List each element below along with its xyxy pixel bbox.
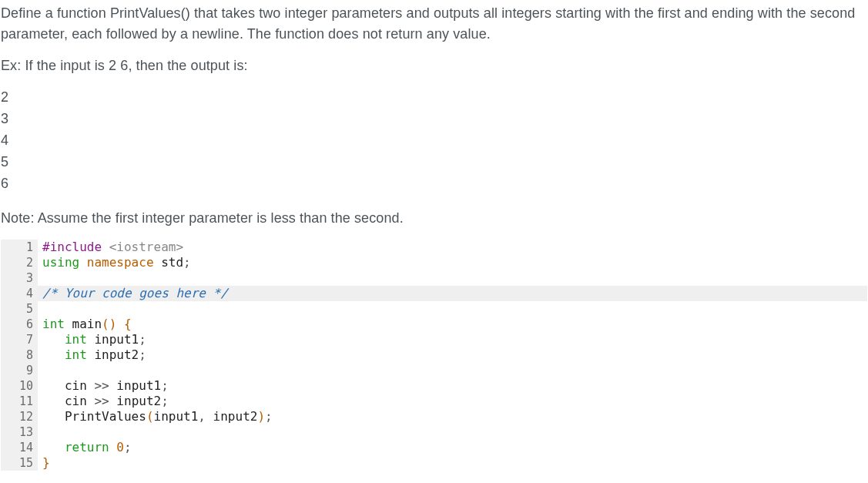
prompt-section: Define a function PrintValues() that tak…	[1, 3, 867, 76]
line-number: 8	[1, 347, 38, 363]
example-output-line: 5	[1, 152, 867, 173]
code-line[interactable]: 12 PrintValues(input1, input2);	[1, 409, 867, 424]
code-line[interactable]: 6int main() {	[1, 317, 867, 332]
line-number: 7	[1, 332, 38, 347]
code-line[interactable]: 8 int input2;	[1, 347, 867, 363]
code-line[interactable]: 14 return 0;	[1, 440, 867, 455]
code-content[interactable]	[38, 363, 867, 378]
line-number: 14	[1, 440, 38, 455]
example-intro: Ex: If the input is 2 6, then the output…	[1, 55, 867, 76]
line-number: 6	[1, 317, 38, 332]
code-line[interactable]: 7 int input1;	[1, 332, 867, 347]
question-container: Define a function PrintValues() that tak…	[0, 0, 868, 474]
line-number: 10	[1, 378, 38, 394]
line-number: 11	[1, 394, 38, 409]
code-line[interactable]: 1#include <iostream>	[1, 240, 867, 255]
code-content[interactable]: }	[38, 455, 867, 471]
line-number: 15	[1, 455, 38, 471]
code-content[interactable]: /* Your code goes here */	[38, 286, 867, 301]
code-content[interactable]: int input2;	[38, 347, 867, 363]
line-number: 4	[1, 286, 38, 301]
example-output: 23456	[1, 87, 867, 194]
code-content[interactable]: cin >> input2;	[38, 394, 867, 409]
line-number: 3	[1, 270, 38, 286]
example-output-line: 3	[1, 109, 867, 130]
code-editor[interactable]: 1#include <iostream>2using namespace std…	[1, 240, 867, 471]
code-content[interactable]: return 0;	[38, 440, 867, 455]
example-output-line: 6	[1, 173, 867, 195]
line-number: 1	[1, 240, 38, 255]
line-number: 2	[1, 255, 38, 270]
code-line[interactable]: 10 cin >> input1;	[1, 378, 867, 394]
code-content[interactable]: int main() {	[38, 317, 867, 332]
code-content[interactable]: cin >> input1;	[38, 378, 867, 394]
code-line[interactable]: 3	[1, 270, 867, 286]
prompt-note-section: Note: Assume the first integer parameter…	[1, 208, 867, 229]
code-line[interactable]: 9	[1, 363, 867, 378]
line-number: 12	[1, 409, 38, 424]
line-number: 5	[1, 301, 38, 317]
code-content[interactable]: #include <iostream>	[38, 240, 867, 255]
code-content[interactable]: using namespace std;	[38, 255, 867, 270]
code-content[interactable]: PrintValues(input1, input2);	[38, 409, 867, 424]
line-number: 9	[1, 363, 38, 378]
code-line[interactable]: 2using namespace std;	[1, 255, 867, 270]
code-line[interactable]: 5	[1, 301, 867, 317]
prompt-description: Define a function PrintValues() that tak…	[1, 3, 867, 45]
code-content[interactable]	[38, 424, 867, 440]
line-number: 13	[1, 424, 38, 440]
example-output-line: 2	[1, 87, 867, 109]
code-line[interactable]: 4/* Your code goes here */	[1, 286, 867, 301]
code-content[interactable]	[38, 301, 867, 317]
example-output-line: 4	[1, 130, 867, 152]
code-line[interactable]: 11 cin >> input2;	[1, 394, 867, 409]
code-content[interactable]: int input1;	[38, 332, 867, 347]
code-line[interactable]: 15}	[1, 455, 867, 471]
code-line[interactable]: 13	[1, 424, 867, 440]
code-content[interactable]	[38, 270, 867, 286]
prompt-note: Note: Assume the first integer parameter…	[1, 208, 867, 229]
